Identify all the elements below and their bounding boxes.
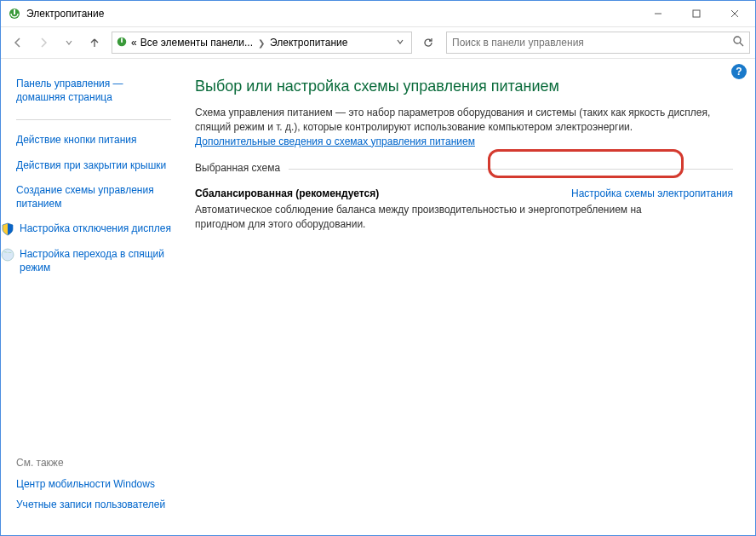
main-panel: Выбор или настройка схемы управления пит… (180, 59, 755, 535)
search-icon[interactable] (733, 36, 744, 49)
address-bar[interactable]: « Все элементы панели... ❯ Электропитани… (112, 32, 412, 54)
sidebar-link-display-off[interactable]: Настройка отключения дисплея (1, 222, 171, 236)
sidebar: Панель управления — домашняя страница Де… (1, 59, 180, 535)
svg-rect-3 (693, 10, 700, 17)
see-also-heading: См. также (16, 457, 171, 469)
plan-name: Сбалансированная (рекомендуется) (195, 187, 379, 199)
close-button[interactable] (715, 2, 753, 26)
selected-plan-group: Выбранная схема Сбалансированная (рекоме… (195, 162, 733, 232)
back-button[interactable] (6, 31, 30, 55)
sidebar-link-label: Настройка отключения дисплея (20, 222, 171, 235)
search-input[interactable] (452, 37, 733, 49)
breadcrumb-1[interactable]: Все элементы панели... (140, 37, 253, 49)
up-button[interactable] (83, 31, 106, 55)
window-title: Электропитание (26, 8, 104, 20)
svg-point-8 (734, 37, 741, 43)
chevron-right-icon[interactable]: ❯ (256, 38, 266, 48)
breadcrumb-2[interactable]: Электропитание (270, 37, 347, 49)
navbar: « Все элементы панели... ❯ Электропитани… (1, 26, 755, 59)
svg-point-10 (2, 249, 14, 261)
see-also-mobility[interactable]: Центр мобильности Windows (16, 477, 171, 491)
sidebar-link-create-plan[interactable]: Создание схемы управления питанием (16, 183, 171, 210)
sidebar-link-sleep[interactable]: Настройка перехода в спящий режим (1, 247, 171, 274)
control-panel-home-link[interactable]: Панель управления — домашняя страница (16, 77, 171, 104)
plan-description: Автоматическое соблюдение баланса между … (195, 203, 672, 232)
address-dropdown[interactable] (392, 37, 408, 49)
sidebar-link-label: Настройка перехода в спящий режим (20, 247, 171, 274)
globe-icon (1, 248, 14, 262)
learn-more-link[interactable]: Дополнительные сведения о схемах управле… (195, 135, 475, 147)
breadcrumb-prefix: « (131, 37, 137, 49)
maximize-button[interactable] (677, 2, 715, 26)
power-plan: Сбалансированная (рекомендуется) Настрой… (195, 187, 733, 232)
description-text: Схема управления питанием — это набор па… (195, 107, 710, 133)
shield-icon (1, 222, 14, 236)
see-also-users[interactable]: Учетные записи пользователей (16, 498, 171, 511)
plan-settings-link[interactable]: Настройка схемы электропитания (571, 187, 733, 199)
divider (16, 119, 171, 120)
sidebar-link-lid-action[interactable]: Действия при закрытии крышки (16, 158, 171, 172)
content-area: ? Панель управления — домашняя страница … (1, 59, 755, 535)
refresh-button[interactable] (417, 32, 439, 54)
app-icon-small (116, 36, 128, 50)
divider (289, 169, 733, 170)
svg-line-9 (740, 43, 743, 46)
titlebar: Электропитание (1, 1, 755, 26)
page-heading: Выбор или настройка схемы управления пит… (195, 78, 733, 95)
group-legend: Выбранная схема (195, 162, 733, 179)
svg-rect-1 (14, 9, 15, 14)
app-icon (8, 7, 21, 20)
window: Электропитание « Все элементы панели... … (0, 0, 756, 536)
minimize-button[interactable] (639, 2, 677, 26)
search-box[interactable] (446, 32, 750, 54)
recent-dropdown[interactable] (57, 31, 81, 55)
page-description: Схема управления питанием — это набор па… (195, 106, 733, 148)
svg-rect-7 (121, 37, 123, 42)
sidebar-link-power-button[interactable]: Действие кнопки питания (16, 133, 171, 147)
forward-button[interactable] (32, 31, 55, 55)
